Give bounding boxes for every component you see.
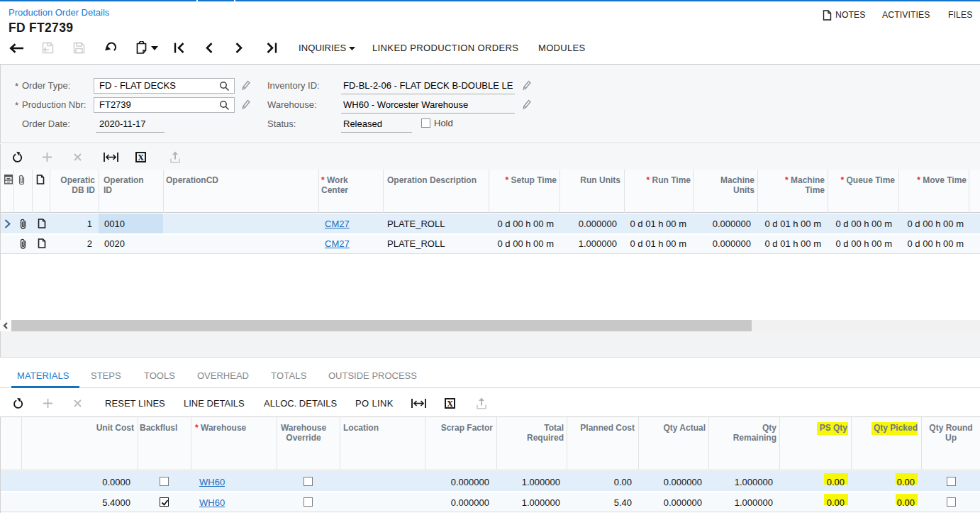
svg-text:X: X [138,153,144,162]
svg-text:X: X [447,399,453,409]
